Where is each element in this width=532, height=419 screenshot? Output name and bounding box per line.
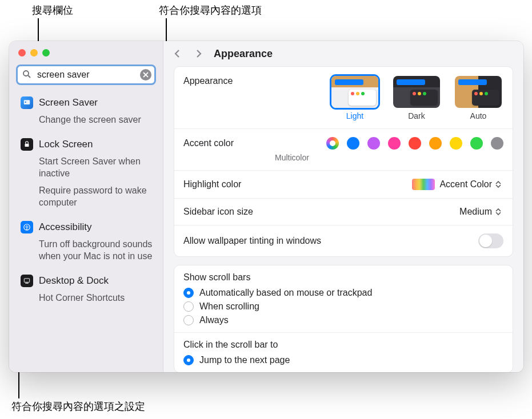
forward-button[interactable]	[192, 47, 206, 61]
svg-rect-9	[24, 278, 29, 281]
accent-green[interactable]	[470, 137, 483, 150]
search-field-wrap	[16, 65, 156, 85]
sidebar-icon-size-dropdown[interactable]: Medium	[459, 207, 503, 217]
chevron-updown-icon	[495, 179, 503, 190]
sidebar-icon-size-label: Sidebar icon size	[183, 207, 253, 217]
result-head[interactable]: Lock Screen	[9, 135, 163, 153]
radio-label: Automatically based on mouse or trackpad	[199, 288, 372, 298]
accent-red[interactable]	[409, 137, 421, 150]
search-input[interactable]	[16, 65, 156, 85]
radio-label: Always	[199, 315, 229, 325]
result-head[interactable]: Desktop & Dock	[9, 271, 163, 289]
appearance-thumb-dark	[393, 76, 440, 108]
appearance-options: Light Dark	[330, 76, 503, 120]
accessibility-icon	[21, 221, 33, 233]
zoom-button[interactable]	[42, 49, 50, 57]
accent-swatches	[275, 137, 503, 150]
highlight-color-label: Highlight color	[183, 179, 241, 190]
back-button[interactable]	[170, 47, 184, 61]
highlight-color-row: Highlight color Accent Color	[174, 171, 513, 199]
wallpaper-tinting-toggle[interactable]	[478, 233, 503, 248]
screen-saver-icon	[21, 96, 33, 109]
accent-color-label: Accent color	[183, 137, 275, 148]
close-button[interactable]	[18, 49, 26, 57]
scroll-click-label: Click in the scroll bar to	[174, 333, 513, 353]
wallpaper-tinting-row: Allow wallpaper tinting in windows	[174, 225, 513, 256]
clear-search-button[interactable]	[140, 69, 151, 80]
result-item[interactable]: Turn off background sounds when your Mac…	[9, 236, 163, 265]
accent-color-row: Accent color Mul	[174, 129, 513, 171]
content-area: Appearance Light	[163, 66, 523, 372]
sidebar-icon-size-row: Sidebar icon size Medium	[174, 199, 513, 225]
result-title: Desktop & Dock	[39, 275, 109, 287]
callout-results-label: 符合你搜尋內容的選項	[159, 3, 262, 17]
appearance-label: Appearance	[183, 76, 275, 86]
topbar: Appearance	[163, 41, 523, 66]
highlight-color-dropdown[interactable]: Accent Color	[439, 179, 503, 190]
radio-label: When scrolling	[199, 301, 259, 312]
highlight-color-swatch	[412, 179, 435, 190]
accent-multicolor[interactable]	[326, 137, 339, 150]
accent-selected-label: Multicolor	[275, 153, 503, 162]
page-title: Appearance	[214, 48, 273, 60]
result-group-desktop-dock: Desktop & Dock Hot Corner Shortcuts	[9, 271, 163, 307]
desktop-dock-icon	[21, 275, 33, 287]
radio-label: Jump to the next page	[199, 355, 290, 365]
window-controls	[9, 41, 163, 62]
minimize-button[interactable]	[30, 49, 38, 57]
highlight-color-value: Accent Color	[439, 179, 492, 190]
result-head[interactable]: Accessibility	[9, 217, 163, 236]
result-head[interactable]: Screen Saver	[9, 93, 163, 111]
radio-icon	[183, 288, 194, 298]
accent-purple[interactable]	[367, 137, 380, 150]
appearance-option-label: Dark	[391, 111, 442, 120]
scroll-option-always[interactable]: Always	[174, 313, 513, 332]
search-results: Screen Saver Change the screen saver Loc…	[9, 91, 163, 315]
scroll-option-when-scrolling[interactable]: When scrolling	[174, 300, 513, 313]
appearance-option-dark[interactable]: Dark	[391, 76, 442, 120]
appearance-option-label: Light	[330, 111, 380, 120]
radio-icon	[183, 301, 194, 312]
lock-icon	[21, 138, 33, 151]
callout-search-label: 搜尋欄位	[32, 3, 73, 17]
radio-icon	[183, 355, 194, 365]
result-title: Screen Saver	[39, 97, 98, 108]
sidebar-icon-size-value: Medium	[459, 207, 492, 217]
result-title: Lock Screen	[39, 139, 93, 150]
accent-yellow[interactable]	[450, 137, 462, 150]
accent-graphite[interactable]	[491, 137, 503, 150]
callout-settings-label: 符合你搜尋內容的選項之設定	[11, 400, 145, 413]
appearance-option-light[interactable]: Light	[330, 76, 380, 120]
accent-blue[interactable]	[347, 137, 359, 150]
svg-line-1	[28, 75, 30, 78]
accent-pink[interactable]	[388, 137, 401, 150]
result-item[interactable]: Require password to wake computer	[9, 182, 163, 212]
search-icon	[22, 69, 32, 79]
result-group-screen-saver: Screen Saver Change the screen saver	[9, 93, 163, 129]
result-item[interactable]: Hot Corner Shortcuts	[9, 289, 163, 307]
sidebar: Screen Saver Change the screen saver Loc…	[9, 41, 163, 372]
scroll-option-auto[interactable]: Automatically based on mouse or trackpad	[174, 286, 513, 300]
result-group-accessibility: Accessibility Turn off background sounds…	[9, 217, 163, 265]
chevron-updown-icon	[495, 207, 503, 217]
svg-point-8	[26, 225, 27, 227]
svg-point-0	[23, 71, 29, 76]
main-content: Appearance Appearance Light	[163, 41, 523, 372]
wallpaper-tinting-label: Allow wallpaper tinting in windows	[183, 236, 321, 246]
result-item[interactable]: Start Screen Saver when inactive	[9, 153, 163, 183]
radio-icon	[183, 315, 194, 325]
svg-rect-6	[25, 144, 29, 147]
svg-point-5	[25, 102, 26, 103]
appearance-option-auto[interactable]: Auto	[453, 76, 503, 120]
result-group-lock-screen: Lock Screen Start Screen Saver when inac…	[9, 135, 163, 212]
scroll-click-option-jump[interactable]: Jump to the next page	[174, 353, 513, 372]
result-item[interactable]: Change the screen saver	[9, 111, 163, 129]
scroll-card: Show scroll bars Automatically based on …	[174, 265, 513, 372]
settings-window: Screen Saver Change the screen saver Loc…	[9, 41, 523, 372]
svg-rect-10	[25, 283, 29, 283]
appearance-thumb-auto	[455, 76, 502, 108]
accent-orange[interactable]	[429, 137, 442, 150]
scroll-bars-label: Show scroll bars	[174, 265, 513, 286]
appearance-card: Appearance Light	[174, 66, 513, 257]
appearance-thumb-light	[331, 76, 378, 108]
